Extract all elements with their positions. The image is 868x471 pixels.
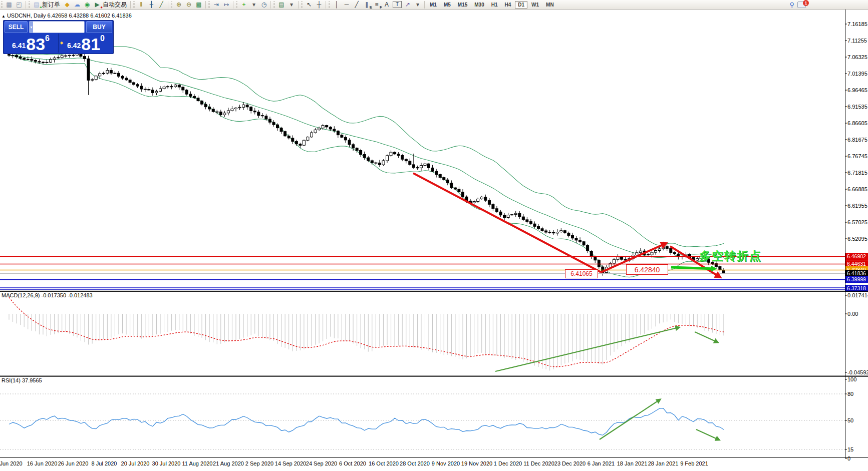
svg-text:6 Jan 2021: 6 Jan 2021 — [588, 460, 615, 466]
tile-windows-icon[interactable]: ▩ — [194, 1, 204, 9]
timeframe-button-m15[interactable]: M15 — [455, 1, 470, 9]
new-order-icon-badge: + — [40, 6, 42, 10]
toolbar-right: ⚲ 1 — [789, 1, 868, 9]
timeframe-button-m5[interactable]: M5 — [441, 1, 454, 9]
mql5-cloud-icon[interactable]: ☁ — [72, 1, 82, 9]
svg-text:6.61955: 6.61955 — [847, 203, 867, 209]
annotation-price-label-mid[interactable]: 6.42840 — [626, 264, 668, 275]
toolbar-separator — [326, 1, 326, 9]
toolbar-grip — [329, 2, 330, 8]
data-preview-icon[interactable]: ◰ — [14, 1, 24, 9]
auto-trading-icon[interactable]: ▶● — [92, 1, 102, 9]
svg-text:-0.045929: -0.045929 — [847, 369, 868, 375]
volume-control: ▼ ▲ — [29, 21, 85, 33]
annotation-green-text[interactable]: 多空转折点 — [699, 248, 762, 264]
auto-trading-label: 自动交易 — [103, 1, 127, 9]
timeframe-button-m30[interactable]: M30 — [471, 1, 487, 9]
svg-text:16 Oct 2020: 16 Oct 2020 — [369, 460, 399, 466]
charts-window-icon[interactable]: ▦ — [4, 1, 14, 9]
zoom-out-icon[interactable]: ⊖ — [184, 1, 194, 9]
macd-panel: 0.0174140.00-0.045929 — [9, 292, 868, 375]
svg-text:28 Jan 2021: 28 Jan 2021 — [648, 460, 679, 466]
annotation-price-label-low[interactable]: 6.41065 — [565, 269, 598, 278]
buy-button[interactable]: BUY — [86, 21, 112, 33]
add-indicator-icon[interactable]: + — [239, 1, 249, 9]
svg-text:6.37318: 6.37318 — [847, 285, 866, 291]
sell-price-big: 83 — [26, 37, 45, 52]
svg-text:6.86605: 6.86605 — [847, 120, 867, 126]
toolbar-grip — [273, 2, 275, 8]
dropdown-caret-icon[interactable]: ▾ — [249, 1, 259, 9]
panel-splitters[interactable] — [0, 10, 868, 458]
toolbar-separator — [168, 1, 168, 9]
candlestick-chart-icon[interactable]: ╂ — [146, 1, 156, 9]
svg-text:6.41836: 6.41836 — [847, 270, 866, 276]
fibonacci-icon[interactable]: ≡F — [372, 1, 382, 9]
timeframe-button-w1[interactable]: W1 — [528, 1, 542, 9]
svg-text:7.16185: 7.16185 — [847, 21, 867, 27]
sell-price[interactable]: 6.41 83 6 — [4, 34, 59, 53]
signals-icon[interactable]: ◉ — [82, 1, 92, 9]
svg-text:80: 80 — [847, 391, 853, 397]
toolbar-separator — [270, 1, 271, 9]
macd-indicator-label: MACD(12,26,9) -0.017350 -0.012483 — [2, 292, 93, 298]
toolbar-separator — [233, 1, 233, 9]
annotations[interactable] — [413, 173, 720, 440]
text-label-icon[interactable]: T — [393, 1, 402, 8]
toolbar-groups: ▦◰▤+新订单◆☁◉▶●自动交易‖╂╱⊕⊖▩⇥↦+▾◷▤▾↖┼│─╱∥E≡FAT… — [0, 1, 423, 9]
svg-text:6.57025: 6.57025 — [847, 219, 867, 225]
svg-text:26 Jun 2020: 26 Jun 2020 — [58, 460, 89, 466]
horizontal-line-icon[interactable]: ─ — [342, 1, 352, 9]
arrows-icon[interactable]: ↗ — [403, 1, 413, 9]
timeframe-button-h1[interactable]: H1 — [488, 1, 501, 9]
toolbar-grip — [301, 2, 303, 8]
expert-advisors-icon[interactable]: ◆ — [62, 1, 72, 9]
bar-chart-icon[interactable]: ‖ — [136, 1, 146, 9]
new-order-label: 新订单 — [42, 1, 60, 9]
vertical-line-icon[interactable]: │ — [332, 1, 342, 9]
volume-input[interactable] — [33, 22, 85, 33]
svg-text:6.46902: 6.46902 — [847, 253, 866, 259]
symbol-title-text: USDCNH, Daily 6.42658 6.43288 6.41602 6.… — [7, 13, 132, 19]
zoom-in-icon[interactable]: ⊕ — [174, 1, 184, 9]
svg-text:28 Oct 2020: 28 Oct 2020 — [400, 460, 430, 466]
svg-text:6.81675: 6.81675 — [847, 137, 867, 143]
chart-shift-icon[interactable]: ↦ — [221, 1, 231, 9]
line-chart-icon[interactable]: ╱ — [156, 1, 166, 9]
search-icon[interactable]: ⚲ — [789, 1, 794, 9]
chart-profile-icon[interactable]: ▤ — [276, 1, 286, 9]
notifications-icon[interactable]: 1 — [797, 2, 806, 8]
toolbar-separator — [130, 1, 131, 9]
timeframe-button-mn[interactable]: MN — [543, 1, 557, 9]
timeframe-button-h4[interactable]: H4 — [502, 1, 514, 9]
cursor-icon[interactable]: ↖ — [304, 1, 314, 9]
toolbar-grip — [208, 2, 210, 8]
mt4-terminal-window: { "window": { "symbol_marker": "▲", "sym… — [0, 0, 868, 471]
period-clock-icon[interactable]: ◷ — [259, 1, 269, 9]
sell-price-sup: 6 — [45, 34, 50, 43]
equidistant-channel-icon[interactable]: ∥E — [362, 1, 372, 9]
one-click-trading-panel: SELL ▼ ▲ BUY 6.41 83 6 ◆ 6.42 81 0 — [3, 20, 114, 54]
crosshair-icon[interactable]: ┼ — [314, 1, 324, 9]
sell-button[interactable]: SELL — [5, 21, 28, 33]
symbol-title: ▲USDCNH, Daily 6.42658 6.43288 6.41602 6… — [2, 13, 132, 19]
dropdown-caret-icon[interactable]: ▾ — [286, 1, 297, 9]
price-axis: 7.161857.112557.063257.013956.964656.915… — [845, 21, 867, 242]
text-icon[interactable]: A — [382, 1, 392, 9]
timeframe-button-m1[interactable]: M1 — [427, 1, 440, 9]
dropdown-caret-icon[interactable]: ▾ — [413, 1, 423, 9]
trendline-icon[interactable]: ╱ — [352, 1, 362, 9]
buy-price[interactable]: ◆ 6.42 81 0 — [59, 34, 113, 53]
svg-text:15: 15 — [847, 446, 853, 452]
auto-scroll-icon[interactable]: ⇥ — [211, 1, 221, 9]
auto-trading-icon-badge: ● — [100, 6, 103, 10]
chart-canvas[interactable]: 6.469026.446316.428406.418366.399996.373… — [0, 0, 868, 471]
svg-text:6.44631: 6.44631 — [847, 261, 866, 267]
svg-text:9 Nov 2020: 9 Nov 2020 — [432, 460, 460, 466]
toolbar-grip — [29, 2, 30, 8]
svg-text:2 Sep 2020: 2 Sep 2020 — [245, 460, 273, 466]
new-order-icon[interactable]: ▤+ — [32, 1, 42, 9]
svg-text:9 Feb 2021: 9 Feb 2021 — [680, 460, 708, 466]
volume-down-button[interactable]: ▼ — [30, 22, 33, 33]
timeframe-button-d1[interactable]: D1 — [515, 1, 527, 9]
